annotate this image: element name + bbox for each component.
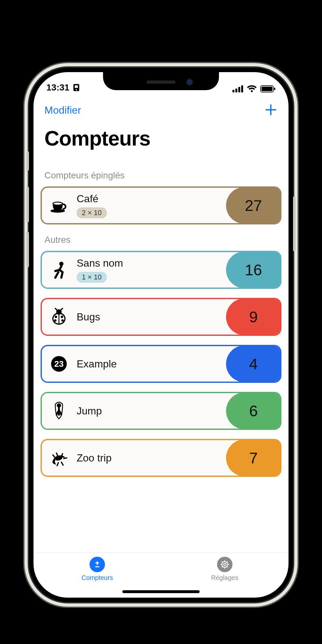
counter-value[interactable]: 9 [226, 298, 281, 335]
nav-bar: Modifier [33, 95, 289, 119]
svg-rect-8 [261, 87, 272, 91]
svg-point-17 [61, 316, 63, 318]
counter-value[interactable]: 4 [226, 346, 281, 382]
page-title: Compteurs [33, 119, 289, 160]
home-indicator[interactable] [122, 590, 200, 593]
svg-rect-6 [241, 85, 243, 92]
svg-point-11 [53, 202, 62, 205]
portrait-lock-icon [73, 83, 80, 92]
counter-name: Café [77, 193, 107, 205]
counter-value[interactable]: 7 [226, 440, 281, 476]
svg-line-31 [227, 566, 228, 567]
counter-badge: 1 × 10 [77, 272, 107, 283]
counter-badge: 2 × 10 [77, 207, 107, 218]
svg-point-18 [54, 319, 57, 322]
counter-card[interactable]: Bugs9 [41, 298, 281, 336]
counter-name: Sans nom [77, 257, 123, 269]
svg-rect-2 [75, 85, 78, 88]
wifi-icon [247, 85, 257, 93]
svg-line-30 [222, 562, 223, 563]
svg-point-19 [62, 319, 64, 322]
svg-line-33 [227, 562, 228, 563]
add-button[interactable] [264, 103, 278, 118]
svg-point-25 [224, 564, 226, 566]
counter-name: Example [77, 358, 117, 370]
svg-rect-4 [235, 89, 237, 92]
pinned-list: Café2 × 1027 [33, 186, 289, 224]
counter-card[interactable]: 23Example4 [41, 345, 281, 383]
svg-point-16 [55, 316, 57, 318]
ladybug-icon [48, 307, 70, 327]
battery-icon [260, 85, 276, 93]
lizard-icon [48, 448, 70, 468]
svg-point-1 [76, 89, 77, 90]
cellular-icon [232, 85, 243, 92]
counter-card[interactable]: Zoo trip7 [41, 439, 281, 477]
plus-icon [264, 103, 278, 117]
gear-icon [217, 557, 232, 572]
coffee-icon [48, 196, 70, 215]
others-list: Sans nom1 × 1016Bugs923Example4Jump6Zoo … [33, 251, 289, 477]
svg-rect-9 [274, 88, 275, 90]
runner-icon [48, 260, 70, 279]
edit-button[interactable]: Modifier [44, 104, 81, 116]
counter-name: Bugs [77, 311, 100, 323]
counter-card[interactable]: Sans nom1 × 1016 [41, 251, 281, 289]
tab-label: Réglages [211, 574, 239, 582]
svg-line-32 [222, 566, 223, 567]
counter-card[interactable]: Jump6 [41, 392, 281, 430]
status-time: 13:31 [46, 82, 70, 93]
svg-rect-3 [232, 90, 234, 92]
counter-value[interactable]: 27 [226, 187, 281, 224]
counter-value[interactable]: 16 [226, 251, 281, 288]
jumprope-icon [48, 401, 70, 421]
num23-icon: 23 [48, 354, 70, 374]
counter-name: Zoo trip [77, 452, 111, 464]
counter-value[interactable]: 6 [226, 393, 281, 429]
tab-label: Compteurs [81, 574, 113, 582]
svg-rect-5 [238, 87, 240, 92]
counter-name: Jump [77, 405, 102, 417]
svg-text:23: 23 [54, 359, 63, 369]
plus-minus-icon [90, 557, 105, 572]
counter-card[interactable]: Café2 × 1027 [41, 186, 281, 224]
section-header-pinned: Compteurs épinglés [33, 160, 289, 186]
section-header-others: Autres [33, 224, 289, 251]
